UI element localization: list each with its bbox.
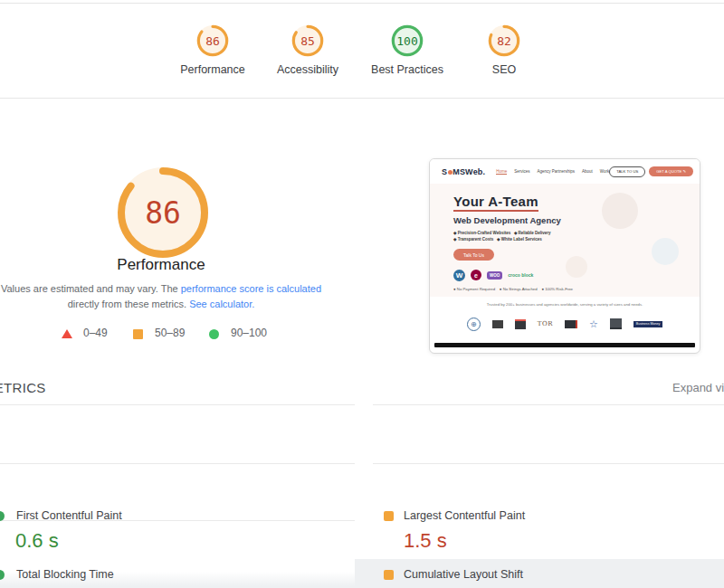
crocoblock-icon: croco block [508,273,533,278]
disclaimer-text-1: Values are estimated and may vary. The [1,283,181,294]
gauge-accessibility[interactable]: 85 Accessibility [258,24,357,76]
expand-view-link[interactable]: Expand view [672,381,724,394]
wordpress-icon: W [453,270,465,281]
seo-score-value: 82 [497,34,511,48]
logo-dot-icon [448,170,452,175]
client-logo-icon [492,320,503,328]
client-logo-crosshair-icon: ⊕ [467,318,481,331]
site-header: SMSWeb. Home Services Agency Partnership… [430,159,700,184]
accessibility-score-value: 85 [300,34,315,48]
metric-name: First Contentful Paint [16,509,122,522]
legend-fail-range: 0–49 [83,327,108,339]
client-logo-tor: TOR [538,320,553,327]
legend-average-range: 50–89 [155,327,185,339]
site-nav-work: Work [600,169,609,175]
client-logo-icon [565,320,577,328]
accessibility-score-ring-icon: 85 [291,24,325,58]
performance-score-label: Performance [180,63,245,76]
site-trust-line: Trusted by 200+ businesses and agencies … [430,302,700,307]
site-tech-logos: W e WOO croco block [453,269,573,281]
best-practices-score-ring-icon: 100 [390,24,424,58]
client-logo-icon [515,319,526,329]
performance-section-title: Performance [0,256,322,274]
site-talk-to-us-button: TALK TO US [609,166,645,177]
best-practices-score-value: 100 [396,34,417,48]
see-calculator-link[interactable]: See calculator. [189,299,254,309]
gauge-performance[interactable]: 86 Performance [163,24,262,76]
client-logo-business-money: Business Money [634,321,662,327]
site-nav-about: About [582,169,593,175]
performance-score-ring-icon: 86 [195,24,230,58]
site-hero-subtitle: Web Development Agency [453,215,573,225]
pass-circle-icon [209,329,219,339]
metrics-section-title: METRICS [0,380,46,395]
legend-pass-range: 90–100 [231,327,267,339]
metric-status-icon [384,570,394,580]
site-nav-agency-partnerships: Agency Partnerships [538,169,576,175]
average-square-icon [133,329,143,339]
gauge-best-practices[interactable]: 100 Best Practices [357,24,457,76]
site-nav-services: Services [514,169,529,175]
site-client-logos: ⊕ TOR ☆ Business Money [430,312,700,336]
site-nav-home: Home [496,169,507,175]
site-footer-bar [434,343,695,347]
site-hero-bullets: ◆ Precision-Crafted Websites ◆ Reliable … [453,230,573,242]
score-disclaimer: Values are estimated and may vary. The p… [0,281,333,312]
metric-status-icon [384,511,394,521]
performance-score-value: 86 [205,34,220,48]
divider [373,463,724,464]
site-cta-button: Talk To Us [453,249,494,261]
metric-name: Total Blocking Time [16,568,114,581]
site-perks-line: ● No Payment Required ● No Strings Attac… [453,287,573,291]
fail-triangle-icon [62,329,72,338]
hero-blob-decoration [602,193,638,229]
category-score-strip: 86 Performance 85 Accessibility 100 Best… [0,3,724,99]
pagespeed-report: { "score_strip": { "gauges": [ {"label":… [0,0,724,588]
page-screenshot-thumbnail: SMSWeb. Home Services Agency Partnership… [429,158,700,354]
woocommerce-icon: WOO [487,271,502,280]
calculated-link[interactable]: performance score is calculated [181,283,321,294]
best-practices-score-label: Best Practices [371,63,443,76]
divider [0,463,355,464]
performance-main-gauge: 86 [116,166,210,260]
hero-blob-decoration [652,238,679,265]
client-logo-star-icon: ☆ [589,318,598,330]
seo-score-label: SEO [492,63,516,76]
seo-score-ring-icon: 82 [487,24,521,58]
elementor-icon: e [471,270,481,280]
site-get-a-quote-button: GET A QUOTE ✎ [649,166,693,176]
gauge-seo[interactable]: 82 SEO [454,24,554,76]
site-hero-title: Your A-Team [453,194,538,212]
metric-name: Largest Contentful Paint [404,509,525,522]
metric-value: 0.6 s [15,529,59,553]
metric-value: 1.5 s [404,529,447,553]
score-legend: 0–49 50–89 90–100 [0,325,322,345]
site-nav: Home Services Agency Partnerships About … [496,169,609,175]
metric-name: Cumulative Layout Shift [404,568,523,581]
disclaimer-text-2: directly from these metrics. [68,299,189,309]
site-hero: Your A-Team Web Development Agency ◆ Pre… [430,184,700,297]
client-logo-icon [610,318,622,329]
performance-main-score-value: 86 [145,195,181,231]
site-logo: SMSWeb. [442,167,485,176]
site-header-buttons: TALK TO US GET A QUOTE ✎ [609,166,693,177]
divider [373,404,724,405]
divider [0,404,355,405]
accessibility-score-label: Accessibility [277,63,338,76]
